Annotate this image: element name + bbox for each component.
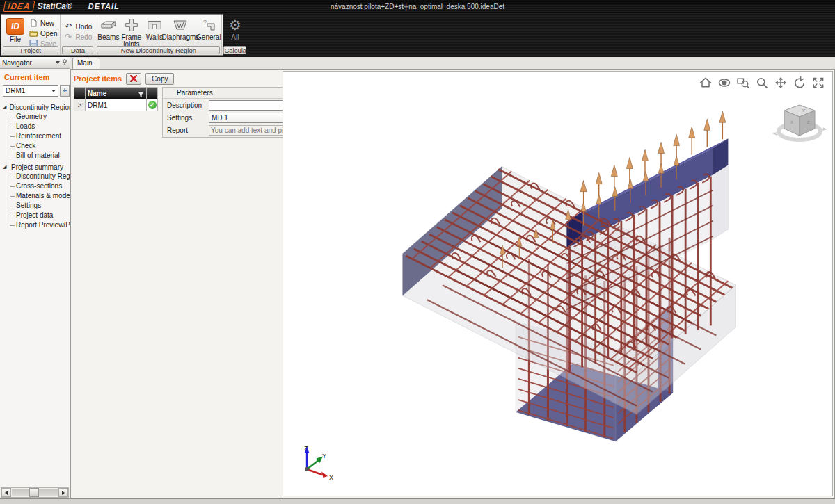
calculate-all-button[interactable]: ⚙ All xyxy=(223,16,246,41)
navigator-panel: Navigator Current item DRM1 + ◢ Disconti… xyxy=(0,57,70,498)
zoom-window-icon[interactable] xyxy=(736,76,750,90)
copy-button[interactable]: Copy xyxy=(145,73,174,85)
undo-button[interactable]: ↶ Undo xyxy=(62,22,93,31)
axis-x-label: X xyxy=(329,474,333,480)
gear-icon: ⚙ xyxy=(229,17,241,33)
tab-bar: Main xyxy=(70,57,835,69)
row-status-cell: ✓ xyxy=(147,99,158,111)
axis-y-label: Y xyxy=(322,453,326,460)
rotate-icon[interactable] xyxy=(793,76,806,90)
settings-label: Settings xyxy=(167,114,207,122)
svg-text:Y: Y xyxy=(802,108,805,113)
navigator-title: Navigator xyxy=(2,59,54,67)
report-label: Report xyxy=(167,127,207,134)
current-item-label: Current item xyxy=(4,73,70,81)
nav-item-bill-of-material[interactable]: Bill of material xyxy=(10,151,70,161)
diaphragms-button[interactable]: Diaphragms xyxy=(166,16,195,41)
eye-icon[interactable] xyxy=(717,76,731,90)
current-item-select[interactable]: DRM1 xyxy=(3,85,58,97)
viewport-3d[interactable]: Y X Z xyxy=(283,71,833,496)
nav-item-report-preview-print[interactable]: Report Preview/Print xyxy=(10,220,70,230)
wall-icon xyxy=(146,19,163,31)
nav-item-loads[interactable]: Loads xyxy=(10,122,70,131)
beams-button[interactable]: Beams xyxy=(97,16,120,41)
selector-column-header xyxy=(74,88,86,99)
frame-joint-icon xyxy=(124,18,139,32)
delete-item-button[interactable] xyxy=(126,73,141,85)
model-scene[interactable] xyxy=(283,72,832,496)
scroll-left-button[interactable] xyxy=(1,488,11,497)
row-name-cell[interactable]: DRM1 xyxy=(86,99,147,111)
svg-text:X: X xyxy=(790,120,793,124)
home-icon[interactable] xyxy=(699,76,713,90)
open-button[interactable]: Open xyxy=(28,29,58,38)
expander-icon[interactable]: ◢ xyxy=(3,164,8,170)
ribbon-group-new-discontinuity-region: Beams Frame joints Walls Diaphragms ? Ge… xyxy=(95,15,221,55)
zoom-icon[interactable] xyxy=(755,76,769,90)
description-label: Description xyxy=(167,101,207,109)
new-button[interactable]: New xyxy=(28,18,58,28)
project-items-table: Name > DRM1 ✓ xyxy=(74,87,158,111)
viewport-toolbar xyxy=(699,76,825,90)
document-title: návaznost pilota+ZD+st┼na_optimal_deska … xyxy=(0,3,835,10)
ribbon-panel: ID File New Open Save Project xyxy=(1,14,223,56)
nav-item-check[interactable]: Check xyxy=(10,141,70,151)
name-column-header[interactable]: Name xyxy=(86,88,147,99)
scroll-thumb[interactable] xyxy=(29,488,39,497)
idea-file-icon: ID xyxy=(6,18,24,35)
scroll-track[interactable] xyxy=(12,489,58,496)
status-ok-icon: ✓ xyxy=(148,101,157,109)
nav-item-project-data[interactable]: Project data xyxy=(10,211,70,220)
table-row[interactable]: > DRM1 ✓ xyxy=(74,99,158,111)
status-column-header xyxy=(147,88,158,99)
group-label-project: Project xyxy=(3,46,58,54)
project-items-pane: Project items Copy Name xyxy=(71,70,281,498)
nav-item-reinforcement[interactable]: Reinforcement xyxy=(10,131,70,141)
diaphragm-icon xyxy=(171,19,189,31)
add-item-button[interactable]: + xyxy=(60,85,70,97)
axes-triad: Z Y X xyxy=(296,444,340,480)
nav-item-materials-models[interactable]: Materials & models xyxy=(10,191,70,201)
row-selector-cell[interactable]: > xyxy=(74,99,86,111)
navigator-menu-icon[interactable] xyxy=(56,61,60,64)
redo-button[interactable]: ↷ Redo xyxy=(62,32,93,42)
expander-icon[interactable]: ◢ xyxy=(3,104,6,110)
chevron-down-icon xyxy=(51,90,56,92)
navigator-header[interactable]: Navigator xyxy=(0,57,70,69)
ribbon-group-project: ID File New Open Save Project xyxy=(1,15,60,55)
open-folder-icon xyxy=(29,29,38,38)
nav-item-summary-discontinuity-region[interactable]: Discontinuity Region xyxy=(10,172,70,181)
red-x-icon xyxy=(130,75,137,82)
file-button[interactable]: ID File xyxy=(3,16,28,43)
ribbon-group-data: ↶ Undo ↷ Redo Data xyxy=(60,15,95,55)
project-items-title: Project items xyxy=(74,74,122,83)
tree-section-discontinuity-region[interactable]: ◢ Discontinuity Region xyxy=(3,102,70,112)
pin-icon[interactable] xyxy=(62,59,67,66)
group-label-ndr: New Discontinuity Region xyxy=(97,46,220,54)
settings-select[interactable]: MD 1 xyxy=(209,113,292,123)
general-shape-icon: ? xyxy=(200,18,217,32)
frame-joints-button[interactable]: Frame joints xyxy=(120,16,143,48)
nav-item-cross-sections[interactable]: Cross-sections xyxy=(10,181,70,191)
axis-z-label: Z xyxy=(304,445,308,452)
nav-item-geometry[interactable]: Geometry xyxy=(10,112,70,122)
tab-main[interactable]: Main xyxy=(72,58,100,69)
filter-funnel-icon[interactable] xyxy=(138,92,144,97)
general-button[interactable]: ? General xyxy=(197,16,220,41)
fit-view-icon[interactable] xyxy=(811,76,825,90)
pan-icon[interactable] xyxy=(774,76,788,90)
scroll-right-button[interactable] xyxy=(58,488,68,497)
ribbon-group-calculation: ⚙ All Calculation xyxy=(221,15,248,55)
svg-text:Z: Z xyxy=(807,120,810,124)
title-bar: IDEA StatiCa® DETAIL návaznost pilota+ZD… xyxy=(0,0,835,13)
undo-icon: ↶ xyxy=(63,23,73,30)
tree-section-project-summary[interactable]: ◢ Project summary xyxy=(3,162,70,172)
status-strip xyxy=(0,498,835,504)
new-page-icon xyxy=(29,19,38,27)
navigator-hscrollbar[interactable] xyxy=(1,487,69,498)
view-cube[interactable]: Y X Z xyxy=(772,101,827,145)
nav-item-settings[interactable]: Settings xyxy=(10,201,70,211)
navigator-body: Current item DRM1 + ◢ Discontinuity Regi… xyxy=(0,69,70,487)
redo-icon: ↷ xyxy=(63,33,73,40)
group-label-calculation: Calculation xyxy=(223,46,246,54)
